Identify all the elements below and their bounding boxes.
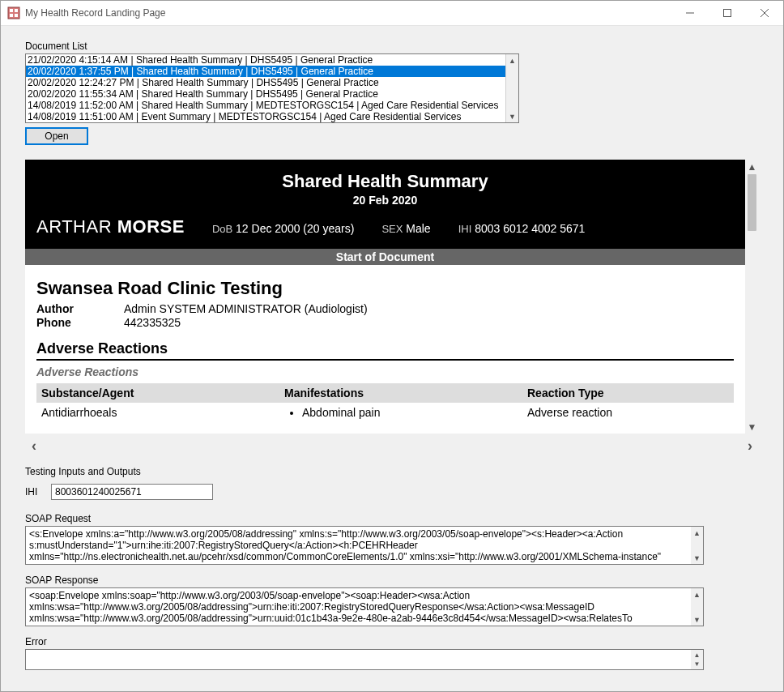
cell-agent: Antidiarrhoeals [41,406,284,419]
error-label: Error [25,636,759,647]
scroll-down-icon[interactable]: ▼ [506,110,518,122]
window-title: My Health Record Landing Page [25,7,165,19]
soap-response-scrollbar[interactable]: ▲▼ [691,588,703,626]
document-date: 20 Feb 2020 [36,194,734,207]
phone-row: Phone 442335325 [36,316,734,329]
client-area: Document List 21/02/2020 4:15:14 AM | Sh… [1,26,783,691]
phone-value: 442335325 [124,316,181,329]
author-row: Author Admin SYSTEM ADMINISTRATOR (Audio… [36,302,734,315]
scroll-thumb[interactable] [748,174,756,231]
svg-rect-3 [10,14,13,17]
titlebar: My Health Record Landing Page [1,1,783,26]
scroll-track[interactable] [41,439,743,453]
patient-dob: DoB 12 Dec 2000 (20 years) [212,222,355,235]
patient-row: ARTHAR MORSE DoB 12 Dec 2000 (20 years) … [36,216,734,237]
patient-surname: MORSE [117,216,185,237]
document-list-item[interactable]: 20/02/2020 11:55:34 AM | Shared Health S… [26,88,506,100]
patient-ihi: IHI 8003 6012 4002 5671 [458,222,586,235]
document-list-label: Document List [25,41,759,52]
col-reaction-type: Reaction Type [527,387,729,399]
patient-name: ARTHAR MORSE [36,216,185,237]
ihi-input[interactable] [51,484,213,500]
svg-rect-1 [10,9,13,12]
document-list-item[interactable]: 21/02/2020 4:15:14 AM | Shared Health Su… [26,54,506,66]
testing-section: Testing Inputs and Outputs IHI SOAP Requ… [25,466,759,670]
table-header-row: Substance/Agent Manifestations Reaction … [36,383,734,403]
viewer-vertical-scrollbar[interactable]: ▲ ▼ [745,160,759,434]
scroll-up-icon[interactable]: ▲ [745,160,759,173]
start-of-document-bar: Start of Document [25,249,745,265]
document-header: Shared Health Summary 20 Feb 2020 ARTHAR… [25,160,745,249]
testing-io-label: Testing Inputs and Outputs [25,466,759,477]
window-buttons [671,1,783,25]
scroll-down-icon[interactable]: ▼ [745,420,759,434]
clinic-name: Swansea Road Clinic Testing [36,278,734,299]
scroll-left-icon[interactable]: ‹ [32,438,36,455]
soap-request-textarea[interactable]: <s:Envelope xmlns:a="http://www.w3.org/2… [25,526,704,565]
patient-sex: SEX Male [381,222,430,235]
col-manifestations: Manifestations [284,387,527,399]
document-list-scrollbar[interactable]: ▲ ▼ [505,54,518,122]
app-icon [7,6,20,19]
document-list-item[interactable]: 14/08/2019 11:52:00 AM | Shared Health S… [26,100,506,111]
soap-response-label: SOAP Response [25,575,759,586]
author-value: Admin SYSTEM ADMINISTRATOR (Audiologist) [124,302,368,315]
table-row: Antidiarrhoeals Abdominal pain Adverse r… [36,403,734,422]
app-window: My Health Record Landing Page Document L… [0,0,784,692]
maximize-button[interactable] [709,1,746,25]
viewer-horizontal-scrollbar[interactable]: ‹ › [25,439,759,453]
document-list-item[interactable]: 20/02/2020 1:37:55 PM | Shared Health Su… [26,66,506,77]
document-list-item[interactable]: 14/08/2019 11:51:00 AM | Event Summary |… [26,111,506,122]
cell-reaction-type: Adverse reaction [527,406,729,419]
open-button[interactable]: Open [25,127,88,145]
close-button[interactable] [746,1,783,25]
soap-request-label: SOAP Request [25,513,759,524]
scroll-up-icon[interactable]: ▲ [506,54,518,66]
ihi-label: IHI [25,486,45,498]
titlebar-left: My Health Record Landing Page [1,6,165,19]
svg-rect-6 [724,10,731,17]
adverse-reactions-subheading: Adverse Reactions [36,365,734,378]
error-scrollbar[interactable]: ▲▼ [691,650,703,669]
document-viewer: Shared Health Summary 20 Feb 2020 ARTHAR… [25,160,759,434]
document-body: Swansea Road Clinic Testing Author Admin… [25,265,745,432]
document-list-item[interactable]: 20/02/2020 12:24:27 PM | Shared Health S… [26,77,506,88]
document-title: Shared Health Summary [36,171,734,192]
patient-given: ARTHAR [36,216,112,237]
col-substance: Substance/Agent [41,387,284,399]
document-content: Shared Health Summary 20 Feb 2020 ARTHAR… [25,160,745,434]
svg-rect-4 [15,14,18,17]
cell-manifestation: Abdominal pain [284,406,527,419]
scroll-right-icon[interactable]: › [748,438,752,455]
soap-request-text: <s:Envelope xmlns:a="http://www.w3.org/2… [29,528,661,562]
minimize-button[interactable] [671,1,709,25]
soap-response-text: <soap:Envelope xmlns:soap="http://www.w3… [29,590,633,624]
adverse-reactions-heading: Adverse Reactions [36,340,734,361]
soap-response-textarea[interactable]: <soap:Envelope xmlns:soap="http://www.w3… [25,587,704,626]
error-textarea[interactable]: ▲▼ [25,649,704,670]
svg-rect-2 [15,9,18,12]
soap-request-scrollbar[interactable]: ▲▼ [691,527,703,564]
adverse-reactions-table: Substance/Agent Manifestations Reaction … [36,383,734,422]
document-list[interactable]: 21/02/2020 4:15:14 AM | Shared Health Su… [25,53,519,123]
